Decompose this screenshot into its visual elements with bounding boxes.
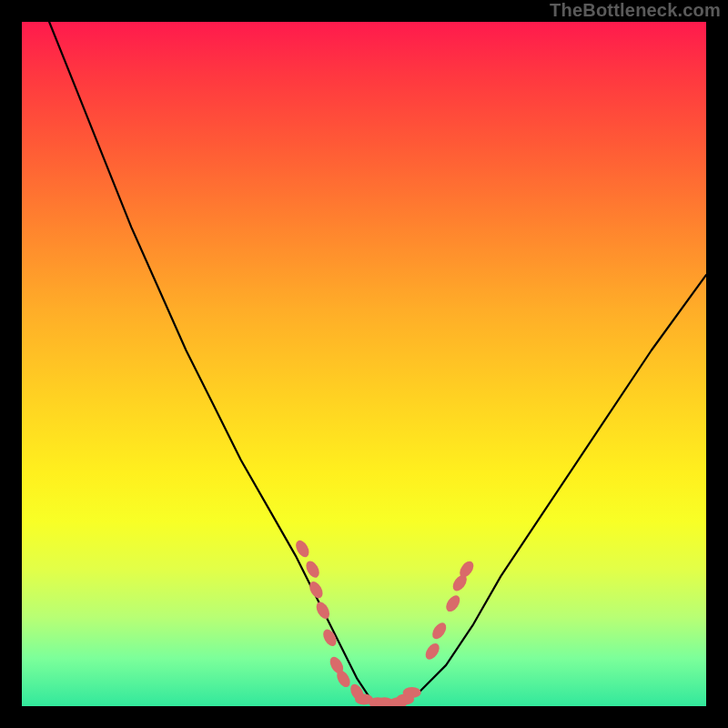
marker <box>314 600 332 621</box>
series-group <box>49 22 706 706</box>
marker <box>423 641 442 662</box>
watermark-text: TheBottleneck.com <box>550 0 721 21</box>
marker <box>403 687 421 698</box>
marker <box>430 621 449 642</box>
chart-frame <box>22 22 706 706</box>
chart-svg <box>22 22 706 706</box>
marker <box>443 593 462 614</box>
curve-line <box>49 22 706 706</box>
